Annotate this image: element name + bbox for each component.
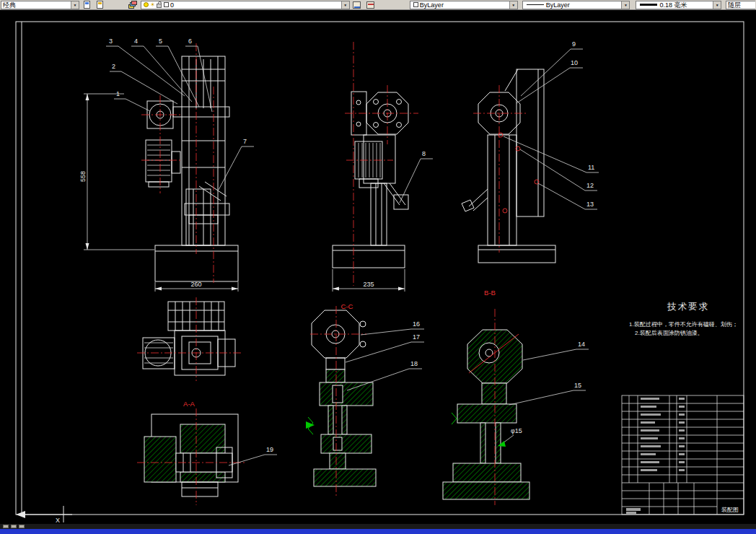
ucs-x-label: X	[56, 517, 60, 524]
workspace-value: 经典	[3, 1, 16, 9]
linetype-sample-icon	[527, 4, 544, 5]
callout-15: 15	[574, 382, 581, 389]
chevron-down-icon: ▼	[713, 1, 721, 9]
main-toolbar: 经典 ▼ ☀ 0 ▼ ByLayer ▼ ByLayer ▼ 0.18 毫米 ▼	[0, 0, 756, 10]
section-label-aa: A-A	[183, 400, 195, 408]
dim-column-diameter: φ15	[511, 427, 522, 434]
layer-properties-button[interactable]	[127, 0, 139, 9]
parts-list-entries	[626, 398, 685, 514]
layer-translate-button[interactable]	[94, 0, 107, 9]
document-icon	[84, 1, 90, 9]
callout-4: 4	[134, 38, 138, 45]
layer-states-button[interactable]	[81, 0, 93, 9]
chevron-down-icon: ▼	[509, 1, 517, 9]
tech-requirements-title: 技术要求	[667, 302, 709, 312]
view-section-bb: B-B φ15	[443, 289, 529, 505]
linetype-combo[interactable]: ByLayer ▼	[522, 1, 630, 9]
layer-color-chip	[164, 2, 169, 7]
callout-17: 17	[413, 333, 420, 341]
document-icon	[97, 1, 103, 9]
plotstyle-value: 随层	[728, 1, 741, 9]
section-label-cc: C-C	[341, 302, 353, 310]
callout-3: 3	[109, 38, 113, 45]
color-combo[interactable]: ByLayer ▼	[410, 1, 518, 9]
linetype-value: ByLayer	[546, 1, 570, 9]
dim-text: 260	[190, 281, 201, 288]
layer-combo[interactable]: ☀ 0 ▼	[141, 1, 350, 9]
lineweight-value: 0.18 毫米	[659, 1, 687, 9]
make-object-layer-current-button[interactable]	[351, 0, 364, 9]
status-icon[interactable]	[19, 525, 25, 528]
tech-note-1: 1.装配过程中，零件不允许有磕碰、划伤；	[629, 321, 738, 328]
drawing-name: 装配图	[721, 507, 739, 513]
status-icon[interactable]	[11, 525, 17, 528]
dim-235: 235	[333, 269, 405, 292]
sun-icon: ☀	[149, 2, 156, 8]
callout-12: 12	[586, 182, 594, 189]
lineweight-combo[interactable]: 0.18 毫米 ▼	[636, 1, 721, 9]
dim-text: 235	[363, 281, 374, 288]
drawing-canvas[interactable]: A-A C-C B-B	[0, 10, 756, 524]
callout-18: 18	[410, 360, 418, 367]
callout-1: 1	[116, 90, 120, 97]
dim-260: 260	[155, 281, 238, 292]
callout-7: 7	[243, 138, 247, 145]
callout-2: 2	[112, 63, 115, 70]
chevron-down-icon: ▼	[621, 1, 629, 9]
chevron-down-icon: ▼	[71, 1, 79, 9]
callout-6: 6	[188, 38, 192, 45]
section-label-bb: B-B	[484, 289, 496, 297]
layer-previous-button[interactable]	[364, 0, 377, 9]
lock-icon	[157, 4, 162, 8]
view-section-cc: C-C	[306, 302, 376, 496]
layer-previous-icon	[366, 1, 374, 9]
lineweight-sample-icon	[640, 4, 657, 6]
view-plan	[137, 297, 242, 381]
status-icon[interactable]	[3, 525, 9, 528]
chevron-down-icon: ▼	[341, 1, 349, 9]
ucs-icon: X	[16, 506, 72, 524]
callout-8: 8	[422, 150, 426, 157]
view-side-left	[141, 43, 238, 283]
callout-14: 14	[578, 341, 585, 348]
status-bar	[0, 524, 756, 529]
command-window-edge	[0, 529, 756, 534]
workspace-combo[interactable]: 经典 ▼	[1, 1, 79, 9]
plotstyle-combo[interactable]: 随层	[726, 1, 755, 9]
view-side-right	[462, 69, 555, 263]
title-block: 装配图	[622, 395, 744, 515]
callout-13: 13	[586, 201, 594, 208]
dim-height: 558	[79, 94, 154, 250]
callout-10: 10	[571, 59, 578, 66]
layers-icon	[128, 1, 138, 9]
bulb-icon	[144, 2, 149, 7]
drawing-viewport[interactable]: A-A C-C B-B	[0, 10, 756, 524]
technical-requirements: 技术要求 1.装配过程中，零件不允许有磕碰、划伤； 2.装配后表面涂防锈油漆。	[629, 302, 738, 336]
callout-16: 16	[413, 320, 420, 328]
layer-name: 0	[170, 1, 174, 9]
layer-current-icon	[353, 1, 361, 9]
callout-9: 9	[572, 40, 576, 48]
tech-note-2: 2.装配后表面涂防锈油漆。	[635, 330, 703, 336]
view-front-middle	[333, 42, 418, 286]
color-chip	[413, 2, 418, 7]
callout-11: 11	[588, 164, 594, 171]
callout-5: 5	[159, 38, 162, 45]
callout-19: 19	[266, 446, 273, 453]
color-value: ByLayer	[420, 1, 444, 9]
dim-text: 558	[79, 171, 87, 182]
view-section-aa: A-A	[137, 400, 245, 505]
